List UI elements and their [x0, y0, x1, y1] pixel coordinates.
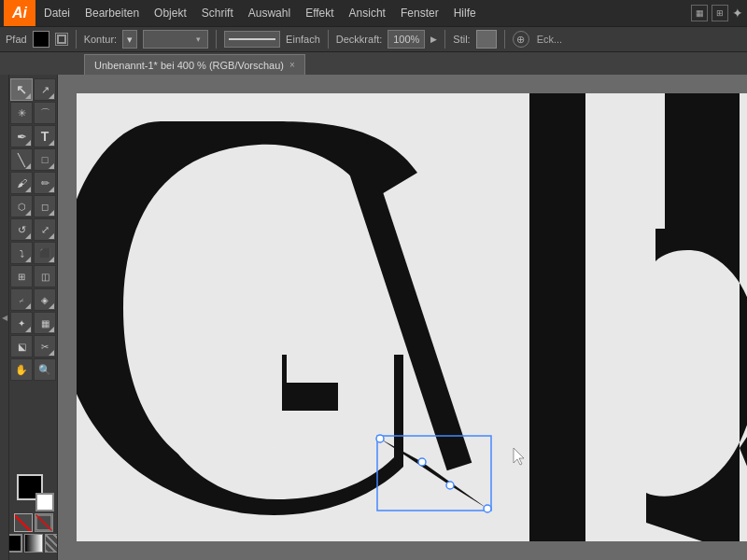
- tool-type[interactable]: T: [34, 125, 56, 147]
- stroke-color-dropdown[interactable]: ▾: [143, 30, 208, 49]
- tool-column-graph[interactable]: ▦: [34, 312, 56, 334]
- star-icon: ✦: [732, 6, 743, 21]
- fill-swatch[interactable]: [33, 31, 49, 48]
- artwork-svg: [77, 93, 747, 541]
- tool-slice[interactable]: ✂: [34, 335, 56, 357]
- symbol-icon: ✦: [18, 318, 25, 329]
- tool-pencil[interactable]: ✏: [34, 172, 56, 194]
- panel-collapse-strip[interactable]: ◀: [0, 75, 9, 560]
- tab-bar: Unbenannt-1* bei 400 % (RGB/Vorschau) ×: [0, 52, 747, 75]
- tool-zoom[interactable]: 🔍: [34, 358, 56, 381]
- tool-scale[interactable]: ⤢: [34, 218, 56, 241]
- collapse-arrow-icon: ◀: [2, 314, 7, 322]
- tool-row-7: ↺ ⤢: [10, 218, 56, 241]
- svg-point-7: [418, 458, 426, 466]
- menu-auswahl[interactable]: Auswahl: [242, 3, 297, 23]
- canvas-surface: [77, 93, 747, 541]
- none-icon: [35, 514, 52, 531]
- background-color-swatch[interactable]: [35, 493, 54, 511]
- menu-objekt[interactable]: Objekt: [148, 3, 193, 23]
- sep5: [504, 30, 505, 49]
- zoom-icon: 🔍: [38, 364, 51, 376]
- hand-icon: ✋: [15, 364, 28, 376]
- canvas-area[interactable]: [58, 75, 747, 560]
- tool-mesh[interactable]: ⊞: [10, 265, 33, 287]
- top-right-block: [665, 93, 740, 243]
- menu-effekt[interactable]: Effekt: [299, 3, 340, 23]
- deckkraft-input[interactable]: [388, 30, 425, 49]
- tool-row-13: ✋ 🔍: [10, 358, 56, 381]
- stil-swatch[interactable]: [476, 30, 497, 49]
- menu-bearbeiten[interactable]: Bearbeiten: [78, 3, 146, 23]
- svg-line-1: [36, 515, 51, 530]
- eraser-icon: ◻: [41, 202, 49, 212]
- none-color-swatch[interactable]: [14, 513, 33, 532]
- tool-shape[interactable]: □: [34, 148, 56, 171]
- tool-eyedropper[interactable]: ⌿: [10, 288, 33, 311]
- stroke-type-label: Einfach: [286, 34, 320, 45]
- kontur-dropdown[interactable]: ▾: [122, 30, 137, 49]
- slice-icon: ✂: [41, 342, 49, 352]
- pattern-mode[interactable]: [45, 534, 59, 553]
- deckkraft-arrow[interactable]: ▶: [430, 35, 437, 44]
- tool-row-8: ⤵ ⬛: [10, 242, 56, 264]
- svg-point-8: [484, 505, 491, 512]
- stroke-style-preview: [224, 31, 280, 48]
- sep2: [216, 30, 217, 49]
- tool-row-2: ✳ ⌒: [10, 102, 56, 124]
- toolbox: ↖ ↗ ✳ ⌒ ✒ T: [9, 75, 58, 560]
- menu-fenster[interactable]: Fenster: [394, 3, 445, 23]
- color-swatches: [9, 470, 58, 556]
- menu-schrift[interactable]: Schrift: [195, 3, 240, 23]
- tool-graph[interactable]: ⬛: [34, 242, 56, 264]
- tool-row-11: ✦ ▦: [10, 312, 56, 334]
- svg-point-6: [376, 435, 384, 442]
- tool-artboard[interactable]: ⬕: [10, 335, 33, 357]
- type-icon: T: [41, 129, 49, 144]
- gradient-mode[interactable]: [24, 534, 43, 553]
- tool-hand[interactable]: ✋: [10, 358, 33, 381]
- tool-gradient[interactable]: ◫: [34, 265, 56, 287]
- menu-datei[interactable]: Datei: [37, 3, 77, 23]
- tool-row-9: ⊞ ◫: [10, 265, 56, 287]
- tool-row-1: ↖ ↗: [10, 78, 56, 101]
- workspace-icon: ▦: [691, 5, 708, 21]
- tool-magic-wand[interactable]: ✳: [10, 102, 33, 124]
- sep1: [76, 30, 77, 49]
- mesh-icon: ⊞: [18, 272, 25, 282]
- tool-row-4: ╲ □: [10, 148, 56, 171]
- svg-rect-10: [529, 93, 585, 541]
- tool-line[interactable]: ╲: [10, 148, 33, 171]
- menu-bar: Ai Datei Bearbeiten Objekt Schrift Auswa…: [0, 0, 747, 26]
- main-area: ◀ ↖ ↗ ✳ ⌒ ✒ T: [0, 75, 747, 560]
- tool-select[interactable]: ↖: [10, 78, 33, 101]
- tool-lasso[interactable]: ⌒: [34, 102, 56, 124]
- red-x-swatch[interactable]: [35, 513, 53, 532]
- artboard-icon: ⬕: [18, 342, 26, 352]
- sep4: [444, 30, 445, 49]
- sep3: [328, 30, 329, 49]
- tool-blend[interactable]: ◈: [34, 288, 56, 311]
- stroke-swatch-small[interactable]: [55, 33, 68, 46]
- fg-bg-swatches: [13, 470, 54, 511]
- letter-l: [529, 93, 585, 541]
- document-tab[interactable]: Unbenannt-1* bei 400 % (RGB/Vorschau) ×: [84, 54, 305, 75]
- tool-paintbrush[interactable]: 🖌: [10, 172, 33, 194]
- tool-row-5: 🖌 ✏: [10, 172, 56, 194]
- solid-color-mode[interactable]: [9, 534, 22, 553]
- tool-warp[interactable]: ⤵: [10, 242, 33, 264]
- line-icon: ╲: [18, 153, 25, 167]
- tool-rotate[interactable]: ↺: [10, 218, 33, 241]
- quick-color-row: [14, 513, 53, 532]
- tool-pen[interactable]: ✒: [10, 125, 33, 147]
- tool-eraser[interactable]: ◻: [34, 195, 56, 217]
- arrange-icon: ⊞: [712, 5, 728, 21]
- tool-blob[interactable]: ⬡: [10, 195, 33, 217]
- menu-ansicht[interactable]: Ansicht: [343, 3, 392, 23]
- eck-label: Eck...: [537, 34, 563, 45]
- tool-row-12: ⬕ ✂: [10, 335, 56, 357]
- tool-symbol[interactable]: ✦: [10, 312, 33, 334]
- tab-close-button[interactable]: ×: [289, 60, 295, 70]
- menu-hilfe[interactable]: Hilfe: [447, 3, 483, 23]
- tool-direct-select[interactable]: ↗: [34, 78, 56, 101]
